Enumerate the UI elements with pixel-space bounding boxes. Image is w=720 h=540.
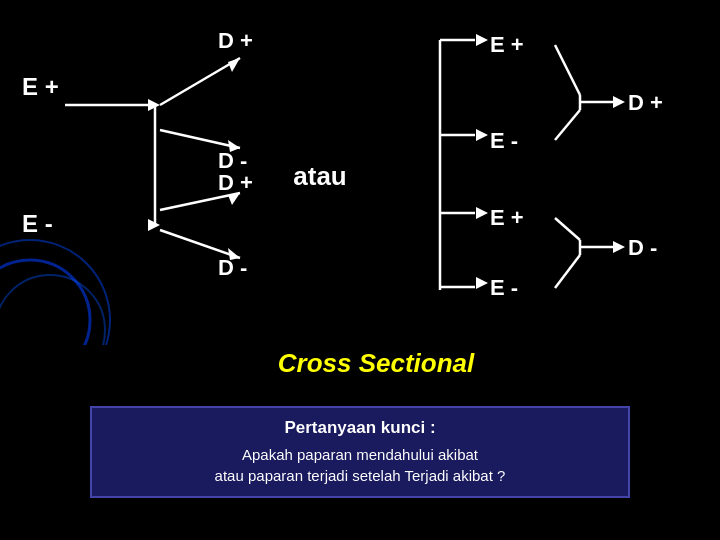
svg-text:D +: D + xyxy=(218,170,253,195)
svg-text:E +: E + xyxy=(490,32,524,57)
svg-text:E -: E - xyxy=(22,210,53,237)
cross-sectional-label: Cross Sectional xyxy=(259,348,493,379)
main-content: E + D + D - E - D + D - atau E + xyxy=(0,0,720,540)
svg-text:E +: E + xyxy=(490,205,524,230)
svg-rect-0 xyxy=(0,0,720,345)
svg-text:D +: D + xyxy=(218,28,253,53)
svg-text:D +: D + xyxy=(628,90,663,115)
bottom-box-title: Pertanyaan kunci : xyxy=(112,418,608,438)
svg-text:E +: E + xyxy=(22,73,59,100)
svg-text:E -: E - xyxy=(490,128,518,153)
bottom-info-box: Pertanyaan kunci : Apakah paparan mendah… xyxy=(90,406,630,498)
bottom-box-body: Apakah paparan mendahului akibatatau pap… xyxy=(112,444,608,486)
svg-text:atau: atau xyxy=(293,161,346,191)
diagram-svg: E + D + D - E - D + D - atau E + xyxy=(0,0,720,345)
svg-text:E -: E - xyxy=(490,275,518,300)
svg-text:D -: D - xyxy=(218,255,247,280)
svg-text:D -: D - xyxy=(628,235,657,260)
